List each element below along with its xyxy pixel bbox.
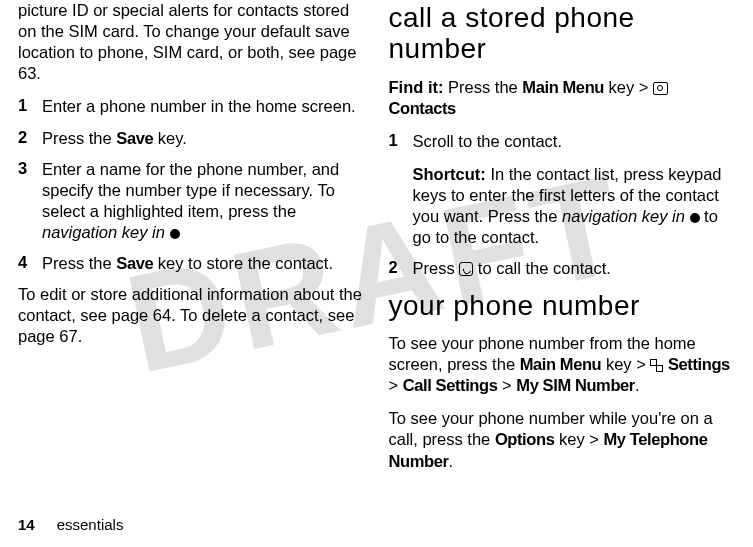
text: Press the — [443, 78, 522, 96]
outro-paragraph: To edit or store additional information … — [18, 284, 365, 347]
step-text: Press to call the contact. — [413, 258, 736, 279]
step-text: Scroll to the contact. Shortcut: In the … — [413, 131, 736, 249]
key-label-save: Save — [116, 254, 153, 272]
left-column: picture ID or special alerts for contact… — [18, 0, 377, 547]
find-it-line: Find it: Press the Main Menu key > Conta… — [389, 77, 736, 119]
text: Press the — [42, 254, 116, 272]
settings-icon — [650, 359, 663, 372]
text: key > — [554, 430, 603, 448]
menu-contacts: Contacts — [389, 99, 456, 117]
text: Enter a name for the phone number, and s… — [42, 160, 339, 220]
page-columns: picture ID or special alerts for contact… — [0, 0, 753, 547]
text — [165, 223, 170, 241]
key-label-save: Save — [116, 129, 153, 147]
heading-your-number: your phone number — [389, 290, 736, 321]
intro-paragraph: picture ID or special alerts for contact… — [18, 0, 365, 84]
nav-center-icon — [690, 213, 700, 223]
your-number-p1: To see your phone number from the home s… — [389, 333, 736, 396]
step-r2: 2 Press to call the contact. — [389, 258, 736, 279]
step-r1: 1 Scroll to the contact. Shortcut: In th… — [389, 131, 736, 249]
nav-center-icon — [170, 229, 180, 239]
step-line: Scroll to the contact. — [413, 131, 736, 152]
step-number: 1 — [18, 96, 42, 117]
key-label-options: Options — [495, 430, 555, 448]
step-text: Enter a name for the phone number, and s… — [42, 159, 365, 243]
find-it-label: Find it: — [389, 78, 444, 96]
right-column: call a stored phone number Find it: Pres… — [377, 0, 736, 547]
text: > — [389, 376, 403, 394]
step-number: 4 — [18, 253, 42, 274]
your-number-p2: To see your phone number while you're on… — [389, 408, 736, 471]
step-text: Press the Save key to store the contact. — [42, 253, 365, 274]
step-4: 4 Press the Save key to store the contac… — [18, 253, 365, 274]
step-2: 2 Press the Save key. — [18, 128, 365, 149]
key-label-main-menu: Main Menu — [520, 355, 602, 373]
step-number: 1 — [389, 131, 413, 249]
text: Press — [413, 259, 460, 277]
step-1: 1 Enter a phone number in the home scree… — [18, 96, 365, 117]
step-text: Press the Save key. — [42, 128, 365, 149]
step-number: 2 — [18, 128, 42, 149]
step-number: 3 — [18, 159, 42, 243]
text: . — [448, 452, 453, 470]
key-label-main-menu: Main Menu — [522, 78, 604, 96]
text: to call the contact. — [473, 259, 611, 277]
text: key to store the contact. — [153, 254, 333, 272]
heading-call-stored: call a stored phone number — [389, 2, 736, 65]
text: . — [635, 376, 640, 394]
nav-key-label: navigation key in — [562, 207, 685, 225]
shortcut-label: Shortcut: — [413, 165, 486, 183]
text: key. — [153, 129, 187, 147]
menu-call-settings: Call Settings — [403, 376, 498, 394]
menu-settings: Settings — [668, 355, 730, 373]
contacts-icon — [653, 82, 668, 95]
nav-key-label: navigation key in — [42, 223, 165, 241]
text: key > — [601, 355, 650, 373]
shortcut-block: Shortcut: In the contact list, press key… — [413, 164, 736, 248]
step-number: 2 — [389, 258, 413, 279]
step-3: 3 Enter a name for the phone number, and… — [18, 159, 365, 243]
text: Press the — [42, 129, 116, 147]
menu-my-sim-number: My SIM Number — [516, 376, 635, 394]
text: key > — [604, 78, 653, 96]
step-text: Enter a phone number in the home screen. — [42, 96, 365, 117]
text: > — [497, 376, 516, 394]
send-key-icon — [459, 262, 473, 276]
